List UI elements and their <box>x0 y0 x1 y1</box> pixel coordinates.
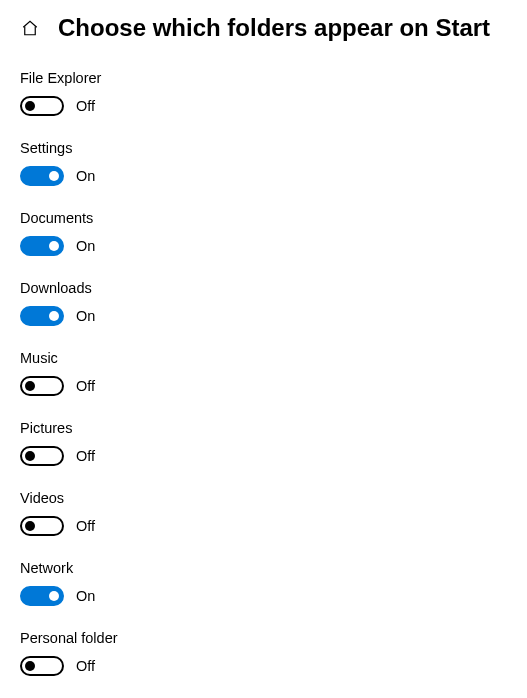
toggle-row: On <box>20 166 507 186</box>
header: Choose which folders appear on Start <box>0 0 527 42</box>
home-button[interactable] <box>20 20 40 40</box>
toggle-state-text: Off <box>76 378 95 394</box>
setting-label: Pictures <box>20 420 507 436</box>
setting-label: Network <box>20 560 507 576</box>
toggle-state-text: On <box>76 238 95 254</box>
page-title: Choose which folders appear on Start <box>58 14 490 42</box>
toggle-knob <box>25 381 35 391</box>
toggle-videos[interactable] <box>20 516 64 536</box>
toggle-row: Off <box>20 446 507 466</box>
toggle-row: On <box>20 586 507 606</box>
toggle-state-text: On <box>76 308 95 324</box>
setting-label: Settings <box>20 140 507 156</box>
toggle-documents[interactable] <box>20 236 64 256</box>
toggle-row: On <box>20 306 507 326</box>
toggle-music[interactable] <box>20 376 64 396</box>
settings-list: File ExplorerOffSettingsOnDocumentsOnDow… <box>0 42 527 676</box>
setting-settings: SettingsOn <box>20 140 507 186</box>
setting-personal-folder: Personal folderOff <box>20 630 507 676</box>
setting-label: Personal folder <box>20 630 507 646</box>
toggle-state-text: Off <box>76 658 95 674</box>
toggle-row: Off <box>20 516 507 536</box>
toggle-personal-folder[interactable] <box>20 656 64 676</box>
toggle-state-text: On <box>76 168 95 184</box>
setting-downloads: DownloadsOn <box>20 280 507 326</box>
toggle-state-text: Off <box>76 518 95 534</box>
setting-file-explorer: File ExplorerOff <box>20 70 507 116</box>
setting-label: File Explorer <box>20 70 507 86</box>
toggle-downloads[interactable] <box>20 306 64 326</box>
toggle-network[interactable] <box>20 586 64 606</box>
setting-documents: DocumentsOn <box>20 210 507 256</box>
toggle-state-text: On <box>76 588 95 604</box>
toggle-row: Off <box>20 656 507 676</box>
toggle-knob <box>49 311 59 321</box>
toggle-settings[interactable] <box>20 166 64 186</box>
toggle-knob <box>49 241 59 251</box>
home-icon <box>21 19 39 41</box>
toggle-state-text: Off <box>76 98 95 114</box>
setting-label: Videos <box>20 490 507 506</box>
toggle-knob <box>25 451 35 461</box>
toggle-state-text: Off <box>76 448 95 464</box>
toggle-knob <box>25 101 35 111</box>
setting-videos: VideosOff <box>20 490 507 536</box>
toggle-knob <box>25 661 35 671</box>
setting-label: Documents <box>20 210 507 226</box>
toggle-knob <box>49 171 59 181</box>
toggle-row: On <box>20 236 507 256</box>
setting-pictures: PicturesOff <box>20 420 507 466</box>
setting-music: MusicOff <box>20 350 507 396</box>
setting-label: Music <box>20 350 507 366</box>
setting-network: NetworkOn <box>20 560 507 606</box>
toggle-row: Off <box>20 96 507 116</box>
toggle-row: Off <box>20 376 507 396</box>
toggle-knob <box>25 521 35 531</box>
toggle-pictures[interactable] <box>20 446 64 466</box>
toggle-knob <box>49 591 59 601</box>
toggle-file-explorer[interactable] <box>20 96 64 116</box>
setting-label: Downloads <box>20 280 507 296</box>
